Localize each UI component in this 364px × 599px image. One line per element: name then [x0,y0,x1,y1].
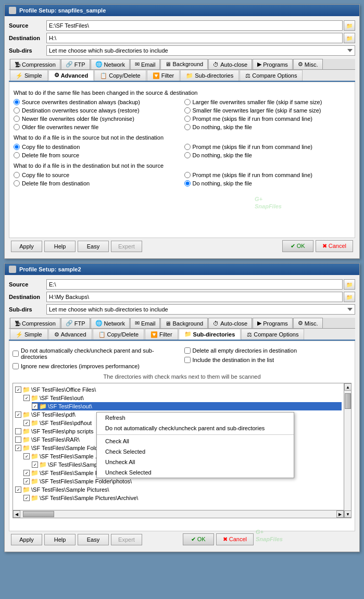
radio-donothing-snd-input[interactable] [184,152,191,158]
radio-prompt-same[interactable]: Prompt me (skips file if run from comman… [184,116,351,122]
radio-source-overwrites[interactable]: Source overwrites destination always (ba… [14,99,180,105]
ctx-check-selected[interactable]: Check Selected [97,446,294,457]
cb-delete-empty[interactable]: Delete all empty directories in destinat… [184,347,352,354]
radio-prompt-dns[interactable]: Prompt me (skips file if run from comman… [184,172,351,178]
easy-button1[interactable]: Easy [78,241,109,252]
w2-tab2-subdirs[interactable]: 📁 Sub-directories [179,329,241,340]
radio-larger-overwrites[interactable]: Larger file overwrites smaller file (ski… [184,99,351,105]
tab1-network[interactable]: 🌐 Network [91,59,130,69]
horizontal-scrollbar[interactable]: ◀ ▶ [13,510,344,518]
radio-prompt-same-input[interactable] [184,116,191,122]
radio-newer-overwrites-input[interactable] [14,116,20,122]
vertical-scrollbar[interactable]: ▲ ▼ [344,383,351,518]
expert-button2[interactable]: Expert [111,534,142,545]
w2-tab1-compression[interactable]: 🗜 Compression [10,318,60,328]
dest-input[interactable] [46,33,343,43]
ok-button2[interactable]: ✔ OK [183,533,214,545]
cb-include-dest-input[interactable] [184,357,191,363]
dest-browse-button[interactable]: 📁 [344,33,355,43]
cb-sample-pics[interactable] [15,486,21,493]
ok-button1[interactable]: ✔ OK [282,240,313,252]
radio-smaller-overwrites[interactable]: Smaller file overwrites larger file (ski… [184,107,351,114]
w2-tab1-autoclose[interactable]: ⏱ Auto-close [208,318,252,328]
w2-tab2-simple[interactable]: ⚡ Simple [10,329,48,340]
tab2-subdirs[interactable]: 📁 Sub-directories [180,70,239,81]
subdirs-select[interactable]: Let me choose which sub-directories to i… [46,45,355,56]
source-input2[interactable] [46,279,343,290]
radio-dest-overwrites-input[interactable] [14,107,20,114]
radio-copy-to-dest[interactable]: Copy file to destination [14,144,180,150]
tree-item-sample-photos[interactable]: 📁 \SF TestFiles\Sample Folder\photos\ [23,477,342,485]
tab2-compare[interactable]: ⚖ Compare Options [240,70,303,81]
cb-delete-empty-input[interactable] [184,347,191,354]
tab2-filter[interactable]: 🔽 Filter [147,70,180,81]
tab1-email[interactable]: ✉ Email [130,59,160,69]
tab1-autoclose[interactable]: ⏱ Auto-close [208,59,252,69]
source-browse-button[interactable]: 📁 [344,20,355,31]
tree-item-out-sub[interactable]: 📁 \SF TestFiles\out\ [32,402,342,410]
cb-pdf-out[interactable] [23,420,30,426]
radio-source-overwrites-input[interactable] [14,99,20,105]
tab1-compression[interactable]: 🗜 Compression [10,59,60,69]
source-input[interactable] [46,20,343,31]
ctx-refresh[interactable]: Refresh [97,413,294,423]
radio-older-overwrites[interactable]: Older file overwrites newer file [14,124,180,130]
subdirs-select2[interactable]: Let me choose which sub-directories to i… [46,304,355,315]
help-button2[interactable]: Help [44,534,76,545]
cancel-button2[interactable]: ✖ Cancel [216,533,254,545]
radio-copy-to-source-input[interactable] [14,172,20,178]
cb-sample-photos[interactable] [23,478,30,484]
help-button1[interactable]: Help [44,241,76,252]
cb-sample-sub3[interactable] [23,470,30,476]
cancel-button1[interactable]: ✖ Cancel [316,240,353,252]
tab2-simple[interactable]: ⚡ Simple [10,70,48,81]
tab1-ftp[interactable]: 🔗 FTP [61,59,90,69]
hscroll-left-button[interactable]: ◀ [13,510,20,518]
radio-donothing-snd[interactable]: Do nothing, skip the file [184,152,351,158]
cb-ignore-new-dirs-input[interactable] [12,363,19,369]
scroll-up-button[interactable]: ▲ [344,383,352,391]
radio-donothing-dns-input[interactable] [184,180,191,186]
ctx-uncheck-all[interactable]: Uncheck All [97,457,294,467]
cb-sample-sub1[interactable] [23,453,30,459]
w2-tab2-filter[interactable]: 🔽 Filter [145,329,178,340]
scroll-down-button[interactable]: ▼ [344,510,352,518]
tree-item-sample-archive[interactable]: 📁 \SF TestFiles\Sample Pictures\Archive\ [23,494,342,502]
easy-button2[interactable]: Easy [78,534,109,545]
cb-sample-sub2[interactable] [32,461,38,468]
hscroll-right-button[interactable]: ▶ [336,510,344,518]
cb-no-auto-check-input[interactable] [12,351,19,357]
source-browse-button2[interactable]: 📁 [344,279,355,290]
tree-item-out[interactable]: 📁 \SF TestFiles\out\ [23,394,342,402]
cb-php[interactable] [15,428,21,434]
w2-tab1-background[interactable]: 🖥 Background [160,318,208,328]
cb-out[interactable] [23,395,30,401]
cb-rar[interactable] [15,436,21,443]
w2-tab2-compare[interactable]: ⚖ Compare Options [241,329,304,340]
cb-sample-fold[interactable] [15,445,21,451]
radio-dest-overwrites[interactable]: Destination overwrites source always (re… [14,107,180,114]
radio-donothing-same-input[interactable] [184,124,191,130]
radio-larger-overwrites-input[interactable] [184,99,191,105]
radio-donothing-dns[interactable]: Do nothing, skip the file [184,180,351,186]
radio-smaller-overwrites-input[interactable] [184,107,191,114]
tab2-copydel[interactable]: 📋 Copy/Delete [94,70,146,81]
dest-browse-button2[interactable]: 📁 [344,292,355,302]
radio-prompt-snd-input[interactable] [184,144,191,150]
radio-copy-to-source[interactable]: Copy file to source [14,172,180,178]
tree-area[interactable]: 📁 \SF TestFiles\Office Files\ 📁 \SF Test… [12,383,352,518]
tree-item-office[interactable]: 📁 \SF TestFiles\Office Files\ [15,385,342,394]
w2-tab1-ftp[interactable]: 🔗 FTP [61,318,90,328]
apply-button1[interactable]: Apply [11,241,42,252]
ctx-no-auto[interactable]: Do not automatically check/uncheck paren… [97,423,294,433]
ctx-uncheck-selected[interactable]: Uncheck Selected [97,467,294,478]
tab1-misc[interactable]: ⚙ Misc. [293,59,323,69]
tree-item-sample-pics[interactable]: 📁 \SF TestFiles\Sample Pictures\ [15,485,342,494]
w2-tab1-misc[interactable]: ⚙ Misc. [293,318,323,328]
cb-no-auto-check[interactable]: Do not automatically check/uncheck paren… [12,347,180,360]
tab1-programs[interactable]: ▶ Programs [253,59,293,69]
radio-copy-to-dest-input[interactable] [14,144,20,150]
scroll-thumb[interactable] [345,393,351,409]
hscroll-thumb[interactable] [23,511,54,517]
w2-tab1-programs[interactable]: ▶ Programs [253,318,293,328]
